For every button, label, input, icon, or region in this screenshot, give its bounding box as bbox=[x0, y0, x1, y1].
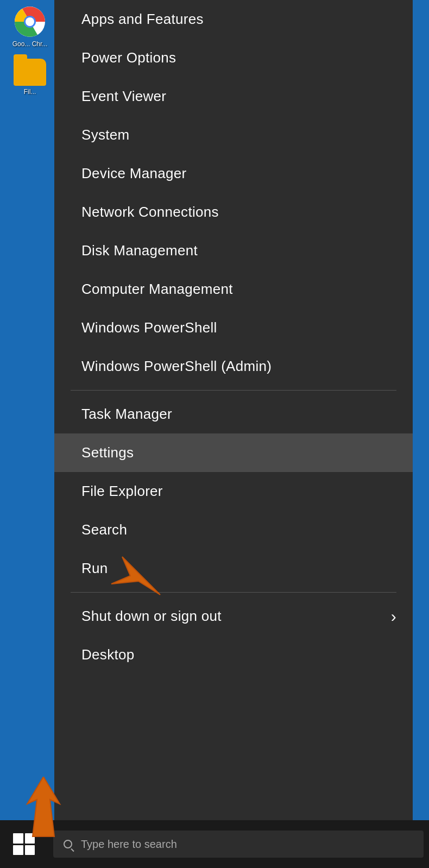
folder-icon bbox=[14, 59, 46, 86]
desktop-icons-area: Goo... Chr... Fil... bbox=[0, 0, 60, 112]
search-icon bbox=[61, 838, 74, 851]
chrome-icon bbox=[14, 5, 46, 38]
menu-item-computer-management[interactable]: Computer Management bbox=[54, 270, 413, 309]
menu-item-file-explorer[interactable]: File Explorer bbox=[54, 472, 413, 511]
menu-item-network-connections[interactable]: Network Connections bbox=[54, 193, 413, 231]
menu-item-search[interactable]: Search bbox=[54, 511, 413, 549]
menu-item-settings[interactable]: Settings bbox=[54, 433, 413, 472]
menu-item-power-options[interactable]: Power Options bbox=[54, 39, 413, 77]
menu-item-disk-management[interactable]: Disk Management bbox=[54, 231, 413, 270]
folder-icon-label: Fil... bbox=[24, 88, 36, 96]
menu-item-task-manager[interactable]: Task Manager bbox=[54, 395, 413, 433]
desktop-icon-chrome[interactable]: Goo... Chr... bbox=[5, 5, 54, 48]
menu-divider-15 bbox=[71, 592, 396, 593]
menu-item-desktop[interactable]: Desktop bbox=[54, 636, 413, 674]
menu-item-windows-powershell-admin[interactable]: Windows PowerShell (Admin) bbox=[54, 347, 413, 386]
menu-item-event-viewer[interactable]: Event Viewer bbox=[54, 77, 413, 116]
menu-item-windows-powershell[interactable]: Windows PowerShell bbox=[54, 309, 413, 347]
menu-item-shut-down-sign-out[interactable]: Shut down or sign out bbox=[54, 597, 413, 636]
context-menu: Apps and FeaturesPower OptionsEvent View… bbox=[54, 0, 413, 820]
start-button[interactable] bbox=[0, 820, 48, 868]
taskbar: Type here to search bbox=[0, 820, 429, 868]
menu-divider-10 bbox=[71, 390, 396, 391]
search-placeholder-text: Type here to search bbox=[81, 838, 177, 851]
chrome-icon-label: Goo... Chr... bbox=[12, 40, 48, 48]
svg-point-2 bbox=[26, 17, 34, 26]
taskbar-search[interactable]: Type here to search bbox=[53, 831, 424, 858]
windows-logo-icon bbox=[13, 833, 35, 855]
menu-item-apps-and-features[interactable]: Apps and Features bbox=[54, 0, 413, 39]
menu-item-device-manager[interactable]: Device Manager bbox=[54, 154, 413, 193]
menu-item-run[interactable]: Run bbox=[54, 549, 413, 588]
menu-item-system[interactable]: System bbox=[54, 116, 413, 154]
desktop-icon-folder[interactable]: Fil... bbox=[5, 59, 54, 96]
